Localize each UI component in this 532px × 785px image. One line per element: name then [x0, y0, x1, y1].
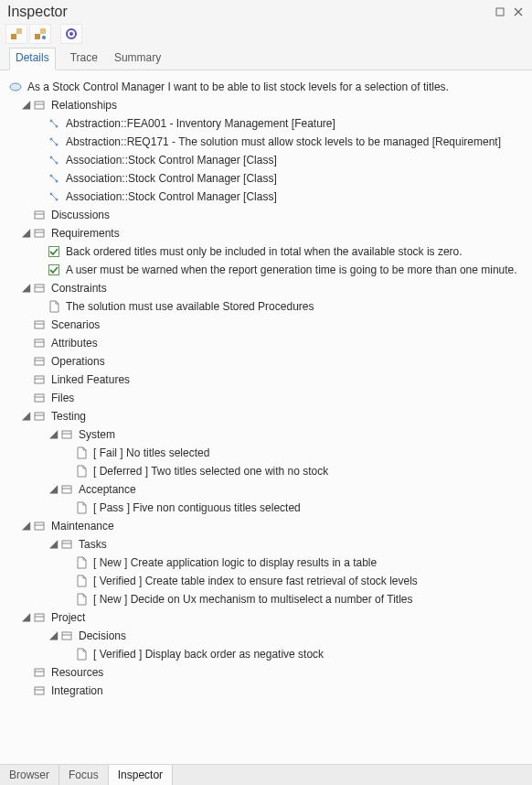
expander-icon[interactable]: ◢ — [20, 281, 31, 294]
link-icon — [48, 172, 60, 185]
svg-line-18 — [52, 140, 56, 144]
maintenance-node[interactable]: ◢ Maintenance — [5, 517, 527, 535]
svg-rect-52 — [35, 522, 44, 530]
bottom-tab-focus[interactable]: Focus — [59, 765, 109, 785]
requirement-item[interactable]: A user must be warned when the report ge… — [5, 261, 527, 279]
tasks-node[interactable]: ◢ Tasks — [5, 535, 527, 554]
folder-icon — [33, 209, 46, 221]
folder-icon — [33, 520, 46, 532]
bottom-tab-inspector[interactable]: Inspector — [109, 765, 173, 785]
folder-icon — [33, 99, 46, 112]
task-item[interactable]: [ Verified ] Create table index to ensur… — [5, 572, 527, 590]
discussions-node[interactable]: Discussions — [5, 206, 527, 224]
toolbar-button-1[interactable] — [5, 24, 27, 44]
attributes-node[interactable]: Attributes — [5, 334, 527, 352]
files-node[interactable]: Files — [5, 389, 527, 407]
folder-icon — [33, 684, 46, 697]
test-item[interactable]: [ Fail ] No titles selected — [5, 444, 527, 462]
svg-rect-11 — [35, 102, 44, 109]
svg-rect-3 — [11, 34, 16, 39]
check-icon — [48, 263, 60, 276]
tab-trace[interactable]: Trace — [69, 48, 100, 70]
constraint-item[interactable]: The solution must use available Stored P… — [5, 297, 527, 316]
testing-node[interactable]: ◢ Testing — [5, 407, 527, 425]
relationship-item[interactable]: Association::Stock Control Manager [Clas… — [5, 169, 527, 188]
toolbar-button-3[interactable] — [60, 24, 82, 44]
top-tab-bar: Details Trace Summary — [0, 48, 532, 70]
svg-rect-0 — [496, 8, 504, 16]
integration-node[interactable]: Integration — [5, 682, 527, 700]
toolbar-button-2[interactable] — [29, 24, 51, 44]
expander-icon[interactable]: ◢ — [20, 226, 31, 239]
folder-icon — [33, 337, 46, 349]
svg-rect-54 — [62, 541, 71, 548]
titlebar: Inspector — [0, 0, 532, 22]
expander-icon[interactable]: ◢ — [48, 629, 59, 641]
close-button[interactable] — [510, 5, 527, 19]
expander-icon[interactable]: ◢ — [20, 610, 31, 623]
folder-icon — [33, 392, 46, 404]
usecase-icon — [9, 81, 22, 93]
decisions-node[interactable]: ◢ Decisions — [5, 627, 527, 645]
task-item[interactable]: [ New ] Create application logic to disp… — [5, 554, 527, 572]
folder-icon — [60, 428, 73, 441]
expander-icon[interactable]: ◢ — [48, 427, 59, 440]
relationship-item[interactable]: Association::Stock Control Manager [Clas… — [5, 188, 527, 206]
relationship-item[interactable]: Association::Stock Control Manager [Clas… — [5, 151, 527, 169]
root-item[interactable]: As a Stock Control Manager I want to be … — [5, 78, 527, 96]
operations-node[interactable]: Operations — [5, 352, 527, 371]
toolbar — [0, 22, 532, 48]
task-item[interactable]: [ New ] Decide on Ux mechanism to multis… — [5, 590, 527, 608]
link-icon — [48, 154, 60, 167]
folder-icon — [60, 629, 73, 642]
svg-line-21 — [52, 158, 56, 162]
expander-icon[interactable]: ◢ — [48, 482, 59, 495]
tab-summary[interactable]: Summary — [112, 48, 163, 70]
scenarios-node[interactable]: Scenarios — [5, 316, 527, 334]
resources-node[interactable]: Resources — [5, 663, 527, 682]
svg-rect-4 — [16, 28, 22, 34]
decision-item[interactable]: [ Verified ] Display back order as negat… — [5, 645, 527, 663]
folder-icon — [33, 373, 46, 386]
folder-icon — [33, 410, 46, 423]
svg-point-9 — [69, 32, 73, 36]
svg-rect-56 — [35, 614, 44, 621]
svg-point-7 — [42, 36, 46, 39]
check-icon — [48, 245, 60, 258]
relationships-node[interactable]: ◢ Relationships — [5, 96, 527, 114]
bottom-tab-browser[interactable]: Browser — [0, 765, 59, 785]
expander-icon[interactable]: ◢ — [48, 537, 59, 550]
link-icon — [48, 135, 60, 148]
document-icon — [75, 556, 88, 569]
test-item[interactable]: [ Deferred ] Two titles selected one wit… — [5, 462, 527, 480]
relationship-item[interactable]: Abstraction::FEA001 - Inventory Manageme… — [5, 114, 527, 133]
requirements-node[interactable]: ◢ Requirements — [5, 224, 527, 242]
folder-icon — [60, 483, 73, 496]
testing-system-node[interactable]: ◢ System — [5, 425, 527, 444]
document-icon — [75, 593, 88, 606]
svg-rect-44 — [35, 394, 44, 402]
tab-details[interactable]: Details — [9, 48, 56, 70]
svg-rect-62 — [35, 687, 44, 694]
root-label: As a Stock Control Manager I want to be … — [27, 81, 449, 93]
close-icon — [514, 7, 523, 16]
testing-acceptance-node[interactable]: ◢ Acceptance — [5, 480, 527, 499]
svg-rect-42 — [35, 376, 44, 383]
folder-icon — [33, 355, 46, 368]
maximize-button[interactable] — [492, 5, 508, 19]
test-item[interactable]: [ Pass ] Five non contiguous titles sele… — [5, 499, 527, 517]
window-title: Inspector — [7, 4, 490, 20]
model-alt-icon — [34, 27, 47, 40]
project-node[interactable]: ◢ Project — [5, 608, 527, 627]
linked-features-node[interactable]: Linked Features — [5, 371, 527, 389]
expander-icon[interactable]: ◢ — [20, 519, 31, 532]
svg-rect-36 — [35, 321, 44, 328]
relationship-item[interactable]: Abstraction::REQ171 - The solution must … — [5, 133, 527, 151]
folder-icon — [33, 282, 46, 295]
bottom-tab-bar: Browser Focus Inspector — [0, 764, 532, 785]
expander-icon[interactable]: ◢ — [20, 98, 31, 111]
folder-icon — [60, 538, 73, 551]
constraints-node[interactable]: ◢ Constraints — [5, 279, 527, 297]
requirement-item[interactable]: Back ordered titles must only be include… — [5, 242, 527, 261]
expander-icon[interactable]: ◢ — [20, 409, 31, 422]
